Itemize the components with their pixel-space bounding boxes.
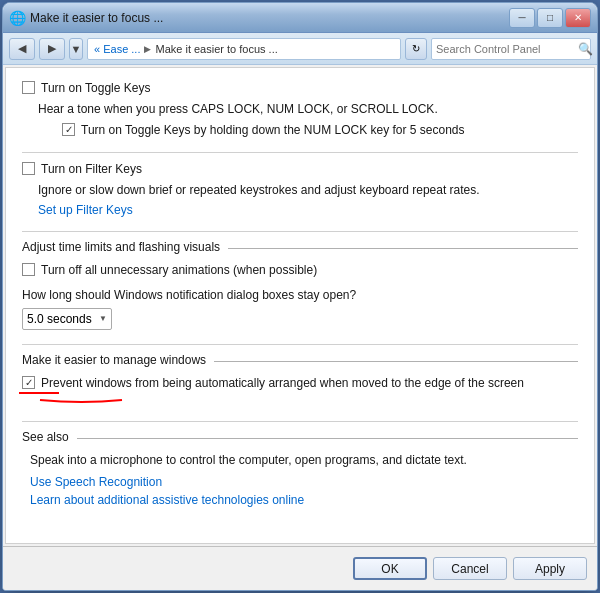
setup-filter-keys-link[interactable]: Set up Filter Keys <box>38 203 133 217</box>
toggle-keys-row: Turn on Toggle Keys <box>22 80 578 97</box>
titlebar: 🌐 Make it easier to focus ... ─ □ ✕ <box>3 3 597 33</box>
see-also-header: See also <box>22 430 77 444</box>
search-icon[interactable]: 🔍 <box>578 42 593 56</box>
annotation-area <box>22 393 578 407</box>
toggle-keys-sub-row: Turn on Toggle Keys by holding down the … <box>62 122 578 139</box>
flashing-section-header: Adjust time limits and flashing visuals <box>22 240 228 254</box>
refresh-button[interactable]: ↻ <box>405 38 427 60</box>
manage-section-header: Make it easier to manage windows <box>22 353 214 367</box>
back-button[interactable]: ◀ <box>9 38 35 60</box>
duration-dropdown[interactable]: 5.0 seconds ▼ <box>22 308 112 330</box>
toggle-keys-sub-label: Turn on Toggle Keys by holding down the … <box>81 122 465 139</box>
window-title: Make it easier to focus ... <box>30 11 163 25</box>
flashing-header-wrapper: Adjust time limits and flashing visuals <box>22 240 578 254</box>
filter-keys-description: Ignore or slow down brief or repeated ke… <box>38 182 578 199</box>
dropdown-arrow-icon: ▼ <box>99 314 107 323</box>
search-box: 🔍 <box>431 38 591 60</box>
dropdown-button[interactable]: ▼ <box>69 38 83 60</box>
breadcrumb-current: Make it easier to focus ... <box>155 43 277 55</box>
manage-windows-section: Make it easier to manage windows Prevent… <box>22 353 578 408</box>
addressbar: ◀ ▶ ▼ « Ease ... ▶ Make it easier to foc… <box>3 33 597 65</box>
cancel-button[interactable]: Cancel <box>433 557 507 580</box>
speech-recognition-link[interactable]: Use Speech Recognition <box>30 475 162 489</box>
notification-label: How long should Windows notification dia… <box>22 287 578 304</box>
toggle-keys-label: Turn on Toggle Keys <box>41 80 150 97</box>
dropdown-value: 5.0 seconds <box>27 312 92 326</box>
prevent-arrange-label: Prevent windows from being automatically… <box>41 375 524 392</box>
prevent-arrange-row: Prevent windows from being automatically… <box>22 375 578 392</box>
see-also-section: See also Speak into a microphone to cont… <box>22 430 578 507</box>
prevent-arrange-checkbox[interactable] <box>22 376 35 389</box>
breadcrumb-separator: ▶ <box>144 44 151 54</box>
assistive-tech-link[interactable]: Learn about additional assistive technol… <box>30 493 304 507</box>
forward-button[interactable]: ▶ <box>39 38 65 60</box>
main-window: 🌐 Make it easier to focus ... ─ □ ✕ ◀ ▶ … <box>2 2 598 591</box>
see-also-description: Speak into a microphone to control the c… <box>30 452 578 469</box>
flashing-section: Adjust time limits and flashing visuals … <box>22 240 578 330</box>
toggle-keys-sub-checkbox[interactable] <box>62 123 75 136</box>
window-icon: 🌐 <box>9 10 26 26</box>
see-also-header-wrapper: See also <box>22 430 578 444</box>
notification-area: How long should Windows notification dia… <box>22 287 578 330</box>
assistive-link-area: Learn about additional assistive technol… <box>30 493 578 507</box>
filter-keys-checkbox[interactable] <box>22 162 35 175</box>
titlebar-left: 🌐 Make it easier to focus ... <box>9 10 163 26</box>
see-also-content: Speak into a microphone to control the c… <box>30 452 578 507</box>
apply-button[interactable]: Apply <box>513 557 587 580</box>
search-input[interactable] <box>436 43 574 55</box>
maximize-button[interactable]: □ <box>537 8 563 28</box>
breadcrumb-ease[interactable]: « Ease ... <box>94 43 140 55</box>
filter-keys-link-area: Set up Filter Keys <box>38 203 578 217</box>
filter-keys-desc-area: Ignore or slow down brief or repeated ke… <box>38 182 578 217</box>
animations-checkbox[interactable] <box>22 263 35 276</box>
filter-keys-row: Turn on Filter Keys <box>22 161 578 178</box>
titlebar-buttons: ─ □ ✕ <box>509 8 591 28</box>
button-area: OK Cancel Apply <box>3 546 597 590</box>
filter-keys-section: Turn on Filter Keys Ignore or slow down … <box>22 161 578 217</box>
toggle-keys-desc-area: Hear a tone when you press CAPS LOCK, NU… <box>38 101 578 139</box>
content-area: Turn on Toggle Keys Hear a tone when you… <box>5 67 595 544</box>
minimize-button[interactable]: ─ <box>509 8 535 28</box>
main-area: Turn on Toggle Keys Hear a tone when you… <box>3 65 597 546</box>
toggle-keys-section: Turn on Toggle Keys Hear a tone when you… <box>22 80 578 138</box>
close-button[interactable]: ✕ <box>565 8 591 28</box>
animations-label: Turn off all unnecessary animations (whe… <box>41 262 317 279</box>
breadcrumb-bar: « Ease ... ▶ Make it easier to focus ... <box>87 38 401 60</box>
toggle-keys-description: Hear a tone when you press CAPS LOCK, NU… <box>38 101 578 118</box>
manage-header-wrapper: Make it easier to manage windows <box>22 353 578 367</box>
animations-row: Turn off all unnecessary animations (whe… <box>22 262 578 279</box>
red-underline-annotation <box>22 396 142 404</box>
dropdown-wrapper: 5.0 seconds ▼ <box>22 308 578 330</box>
speech-link-area: Use Speech Recognition <box>30 475 578 489</box>
ok-button[interactable]: OK <box>353 557 427 580</box>
toggle-keys-checkbox[interactable] <box>22 81 35 94</box>
filter-keys-label: Turn on Filter Keys <box>41 161 142 178</box>
